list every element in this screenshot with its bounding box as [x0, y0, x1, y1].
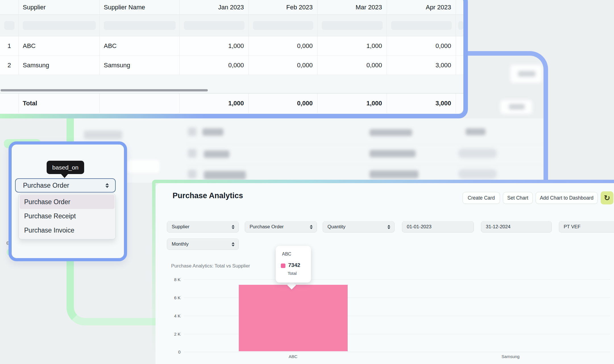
- chevron-up-down-icon: [232, 242, 235, 246]
- blurred-email-text: [370, 170, 418, 178]
- y-tick-label: 6 K: [155, 295, 181, 300]
- x-tick-label: ABC: [289, 354, 298, 359]
- refresh-icon: ↻: [604, 194, 610, 202]
- doctype-select[interactable]: Purchase Order: [245, 221, 317, 233]
- create-card-button[interactable]: Create Card: [462, 192, 500, 204]
- gridline: [184, 279, 610, 280]
- chevron-up-down-icon: [105, 183, 109, 188]
- supplier-filter-value: PT VEF: [559, 224, 614, 230]
- blue-highlight-ring-table: [0, 0, 468, 118]
- tooltip-series-name: Total: [288, 271, 297, 276]
- based-on-dropdown-menu: Purchase Order Purchase Receipt Purchase…: [18, 194, 116, 239]
- measure-value: Quantity: [323, 224, 387, 230]
- blurred-checkbox[interactable]: [188, 149, 196, 158]
- frequency-value: Monthly: [167, 241, 232, 247]
- chevron-up-down-icon: [387, 225, 390, 229]
- from-date-value: 01-01-2023: [402, 224, 474, 230]
- screen: Supplier Supplier Name Jan 2023 Feb 2023…: [0, 0, 614, 364]
- tooltip-pointer: [61, 173, 69, 178]
- blurred-checkbox[interactable]: [188, 127, 196, 136]
- blurred-row-text: [204, 171, 246, 179]
- field-tooltip: based_on: [47, 161, 84, 174]
- series-color-swatch: [281, 263, 285, 268]
- to-date-input[interactable]: 31-12-2024: [481, 221, 552, 233]
- y-tick-label: 4 K: [155, 313, 181, 318]
- menu-item-purchase-invoice[interactable]: Purchase Invoice: [20, 223, 115, 237]
- from-date-input[interactable]: 01-01-2023: [402, 221, 474, 233]
- tooltip-category: ABC: [282, 252, 291, 257]
- chevron-up-down-icon: [310, 225, 313, 229]
- set-chart-button[interactable]: Set Chart: [503, 192, 533, 204]
- analytics-top-border: [152, 180, 614, 183]
- panel-title: Purchase Analytics: [173, 191, 243, 200]
- bar-abc[interactable]: [239, 285, 348, 351]
- y-tick-label: 2 K: [155, 332, 181, 336]
- measure-select[interactable]: Quantity: [323, 221, 395, 233]
- doctype-value: Purchase Order: [245, 224, 310, 230]
- blurred-row-text: [204, 150, 229, 158]
- blurred-row-text: [202, 128, 223, 136]
- refresh-button[interactable]: ↻: [601, 191, 613, 204]
- purchase-analytics-panel: Purchase Analytics Create Card Set Chart…: [155, 183, 614, 364]
- chart-tooltip: ABC 7342 Total: [276, 246, 311, 283]
- blurred-column-header: [370, 129, 412, 136]
- menu-item-purchase-receipt[interactable]: Purchase Receipt: [20, 209, 115, 223]
- tooltip-value: 7342: [288, 262, 300, 268]
- chevron-up-down-icon: [232, 225, 235, 229]
- axis-baseline: [184, 352, 610, 352]
- to-date-value: 31-12-2024: [481, 224, 551, 230]
- supplier-filter-input[interactable]: PT VEF: [559, 221, 614, 233]
- chart-title: Purchase Analytics: Total vs Supplier: [171, 263, 250, 269]
- blurred-checkbox[interactable]: [188, 170, 196, 178]
- dimension-value: Supplier: [167, 224, 232, 230]
- blurred-email-text: [370, 150, 416, 157]
- x-tick-label: Samsung: [501, 354, 519, 359]
- blue-highlight-ring-list: [468, 51, 548, 183]
- based-on-select[interactable]: Purchase Order: [15, 178, 116, 193]
- green-gradient-edge: [0, 114, 205, 118]
- y-tick-label: 0: [155, 350, 181, 354]
- frequency-select[interactable]: Monthly: [167, 239, 239, 250]
- menu-item-purchase-order[interactable]: Purchase Order: [20, 195, 115, 209]
- add-chart-to-dashboard-button[interactable]: Add Chart to Dashboard: [536, 192, 598, 204]
- based-on-selected-value: Purchase Order: [16, 182, 105, 189]
- dimension-select[interactable]: Supplier: [167, 221, 239, 233]
- y-tick-label: 8 K: [155, 277, 181, 282]
- analytics-left-border: [152, 180, 155, 364]
